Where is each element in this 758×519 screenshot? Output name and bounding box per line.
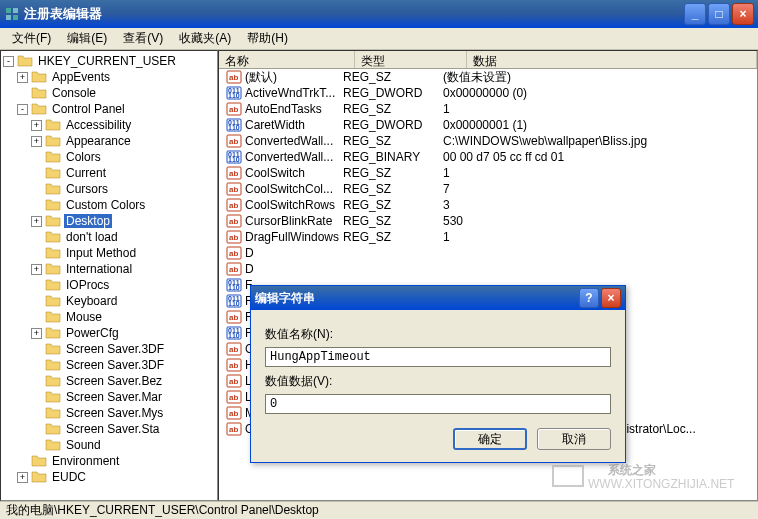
tree-item[interactable]: +Desktop [3, 213, 215, 229]
list-header: 名称 类型 数据 [219, 51, 757, 69]
list-row[interactable]: abAutoEndTasksREG_SZ1 [219, 101, 757, 117]
tree-label[interactable]: Screen Saver.3DF [64, 358, 166, 372]
tree-item[interactable]: Screen Saver.Sta [3, 421, 215, 437]
tree-item[interactable]: Custom Colors [3, 197, 215, 213]
toggle-icon[interactable]: + [31, 328, 42, 339]
tree-label[interactable]: Appearance [64, 134, 133, 148]
tree-item[interactable]: Environment [3, 453, 215, 469]
tree-label[interactable]: Environment [50, 454, 121, 468]
list-row[interactable]: abCoolSwitchRowsREG_SZ3 [219, 197, 757, 213]
collapse-icon[interactable]: - [3, 56, 14, 67]
menu-edit[interactable]: 编辑(E) [59, 28, 115, 49]
tree-item[interactable]: Sound [3, 437, 215, 453]
tree-item[interactable]: Keyboard [3, 293, 215, 309]
list-row[interactable]: 011110ConvertedWall...REG_BINARY00 00 d7… [219, 149, 757, 165]
tree-label[interactable]: Screen Saver.Bez [64, 374, 164, 388]
svg-text:ab: ab [229, 217, 238, 226]
tree-label[interactable]: Screen Saver.Mar [64, 390, 164, 404]
col-name[interactable]: 名称 [219, 51, 355, 68]
list-row[interactable]: abD [219, 245, 757, 261]
dialog-help-button[interactable]: ? [579, 288, 599, 308]
col-type[interactable]: 类型 [355, 51, 467, 68]
tree-label[interactable]: Current [64, 166, 108, 180]
tree-label[interactable]: Cursors [64, 182, 110, 196]
tree-label[interactable]: Accessibility [64, 118, 133, 132]
list-row[interactable]: 011110ActiveWndTrkT...REG_DWORD0x0000000… [219, 85, 757, 101]
tree-item[interactable]: +Accessibility [3, 117, 215, 133]
tree-label[interactable]: Screen Saver.Sta [64, 422, 161, 436]
menu-view[interactable]: 查看(V) [115, 28, 171, 49]
tree-item[interactable]: +AppEvents [3, 69, 215, 85]
menu-help[interactable]: 帮助(H) [239, 28, 296, 49]
tree-item[interactable]: Colors [3, 149, 215, 165]
tree-item[interactable]: Cursors [3, 181, 215, 197]
dialog-title-bar[interactable]: 编辑字符串 ? × [251, 286, 625, 310]
ok-button[interactable]: 确定 [453, 428, 527, 450]
tree-root-label[interactable]: HKEY_CURRENT_USER [36, 54, 178, 68]
list-row[interactable]: abD [219, 261, 757, 277]
toggle-icon[interactable]: + [31, 136, 42, 147]
list-row[interactable]: abCursorBlinkRateREG_SZ530 [219, 213, 757, 229]
tree-label[interactable]: Desktop [64, 214, 112, 228]
list-row[interactable]: abDragFullWindowsREG_SZ1 [219, 229, 757, 245]
tree-label[interactable]: Keyboard [64, 294, 119, 308]
tree-item[interactable]: +EUDC [3, 469, 215, 485]
tree-item[interactable]: Current [3, 165, 215, 181]
tree-item[interactable]: +Appearance [3, 133, 215, 149]
tree-root[interactable]: -HKEY_CURRENT_USER [3, 53, 215, 69]
svg-text:110: 110 [228, 124, 240, 131]
tree-label[interactable]: AppEvents [50, 70, 112, 84]
list-row[interactable]: 011110CaretWidthREG_DWORD0x00000001 (1) [219, 117, 757, 133]
tree-label[interactable]: Control Panel [50, 102, 127, 116]
tree-label[interactable]: EUDC [50, 470, 88, 484]
menu-file[interactable]: 文件(F) [4, 28, 59, 49]
tree-item[interactable]: Input Method [3, 245, 215, 261]
tree-item[interactable]: Screen Saver.Mys [3, 405, 215, 421]
tree-item[interactable]: Screen Saver.3DF [3, 341, 215, 357]
row-name: ActiveWndTrkT... [245, 86, 335, 100]
col-data[interactable]: 数据 [467, 51, 757, 68]
tree-label[interactable]: Screen Saver.Mys [64, 406, 165, 420]
tree-label[interactable]: Mouse [64, 310, 104, 324]
tree-label[interactable]: PowerCfg [64, 326, 121, 340]
maximize-button[interactable]: □ [708, 3, 730, 25]
toggle-icon[interactable]: + [17, 72, 28, 83]
cancel-button[interactable]: 取消 [537, 428, 611, 450]
row-name: ConvertedWall... [245, 134, 333, 148]
tree-item[interactable]: Screen Saver.Bez [3, 373, 215, 389]
tree-item[interactable]: Screen Saver.3DF [3, 357, 215, 373]
tree-item[interactable]: Screen Saver.Mar [3, 389, 215, 405]
tree-label[interactable]: Input Method [64, 246, 138, 260]
toggle-icon[interactable]: + [31, 120, 42, 131]
tree-label[interactable]: Sound [64, 438, 103, 452]
tree-label[interactable]: Console [50, 86, 98, 100]
toggle-icon[interactable]: + [17, 472, 28, 483]
minimize-button[interactable]: _ [684, 3, 706, 25]
list-row[interactable]: abConvertedWall...REG_SZC:\WINDOWS\web\w… [219, 133, 757, 149]
tree-label[interactable]: International [64, 262, 134, 276]
tree-item[interactable]: +PowerCfg [3, 325, 215, 341]
tree-item[interactable]: Mouse [3, 309, 215, 325]
tree-item[interactable]: IOProcs [3, 277, 215, 293]
close-button[interactable]: × [732, 3, 754, 25]
toggle-icon[interactable]: + [31, 216, 42, 227]
tree-item[interactable]: don't load [3, 229, 215, 245]
tree-item[interactable]: +International [3, 261, 215, 277]
tree-item[interactable]: Console [3, 85, 215, 101]
menu-favorites[interactable]: 收藏夹(A) [171, 28, 239, 49]
tree-label[interactable]: Screen Saver.3DF [64, 342, 166, 356]
tree-label[interactable]: Custom Colors [64, 198, 147, 212]
tree-item[interactable]: -Control Panel [3, 101, 215, 117]
tree-label[interactable]: IOProcs [64, 278, 111, 292]
value-data-field[interactable] [265, 394, 611, 414]
dialog-close-button[interactable]: × [601, 288, 621, 308]
value-ab-icon: ab [226, 262, 242, 276]
tree-label[interactable]: Colors [64, 150, 103, 164]
tree-pane[interactable]: -HKEY_CURRENT_USER+AppEventsConsole-Cont… [0, 50, 218, 501]
toggle-icon[interactable]: - [17, 104, 28, 115]
toggle-icon[interactable]: + [31, 264, 42, 275]
tree-label[interactable]: don't load [64, 230, 120, 244]
list-row[interactable]: abCoolSwitchREG_SZ1 [219, 165, 757, 181]
list-row[interactable]: abCoolSwitchCol...REG_SZ7 [219, 181, 757, 197]
list-row[interactable]: ab(默认)REG_SZ(数值未设置) [219, 69, 757, 85]
